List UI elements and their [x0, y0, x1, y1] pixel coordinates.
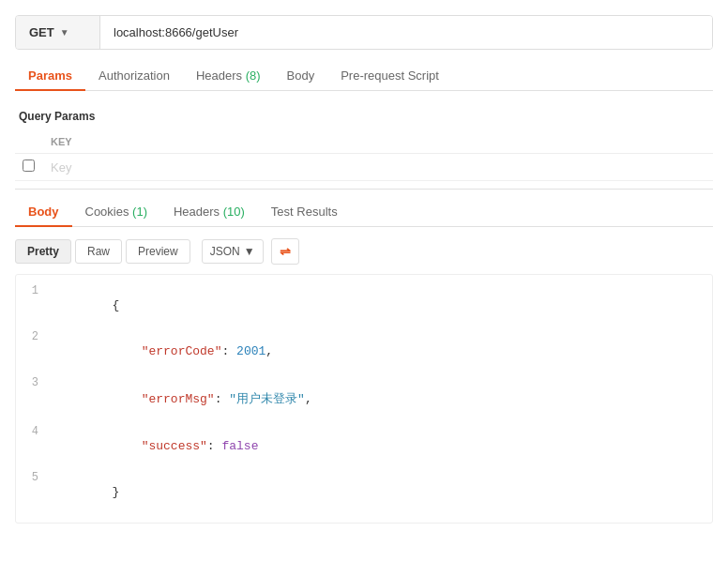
- line-num-1: 1: [16, 284, 53, 326]
- json-line-1: 1 {: [16, 282, 712, 328]
- method-dropdown[interactable]: GET ▼: [16, 16, 100, 49]
- preview-btn[interactable]: Preview: [126, 239, 190, 264]
- section-divider: [15, 189, 713, 190]
- request-tabs: Params Authorization Headers (8) Body Pr…: [15, 61, 713, 91]
- tab-params[interactable]: Params: [15, 61, 85, 90]
- format-bar: Pretty Raw Preview JSON ▼ ⇌: [15, 238, 713, 265]
- tab-authorization[interactable]: Authorization: [85, 61, 183, 90]
- line-content-5: }: [53, 471, 712, 513]
- query-params-section: Query Params KEY Key: [15, 102, 713, 181]
- resp-tab-body[interactable]: Body: [15, 197, 72, 226]
- format-select-dropdown[interactable]: JSON ▼: [202, 239, 264, 264]
- pretty-btn[interactable]: Pretty: [15, 239, 71, 264]
- line-content-1: {: [53, 284, 712, 326]
- line-num-4: 4: [16, 425, 53, 467]
- main-container: GET ▼ Params Authorization Headers (8) B…: [0, 0, 728, 577]
- raw-btn[interactable]: Raw: [75, 239, 122, 264]
- line-num-5: 5: [16, 471, 53, 513]
- tab-headers[interactable]: Headers (8): [183, 61, 274, 90]
- url-input[interactable]: [100, 16, 712, 49]
- resp-tab-headers[interactable]: Headers (10): [160, 197, 258, 226]
- line-content-4: "success": false: [53, 425, 712, 467]
- query-params-title: Query Params: [15, 102, 713, 130]
- key-col-header: KEY: [43, 130, 713, 154]
- json-viewer: 1 { 2 "errorCode": 2001, 3 "errorMsg": "…: [15, 274, 713, 524]
- method-label: GET: [29, 25, 54, 39]
- row-checkbox[interactable]: [23, 159, 35, 172]
- line-num-2: 2: [16, 330, 53, 372]
- line-content-2: "errorCode": 2001,: [53, 330, 712, 372]
- json-line-4: 4 "success": false: [16, 423, 712, 469]
- chevron-down-icon: ▼: [60, 27, 69, 38]
- json-line-2: 2 "errorCode": 2001,: [16, 328, 712, 374]
- wrap-btn[interactable]: ⇌: [271, 238, 299, 265]
- format-select-label: JSON: [210, 245, 240, 258]
- format-chevron-icon: ▼: [244, 245, 255, 258]
- json-line-3: 3 "errorMsg": "用户未登录",: [16, 374, 712, 423]
- table-row: Key: [15, 154, 713, 181]
- response-tabs: Body Cookies (1) Headers (10) Test Resul…: [15, 197, 713, 227]
- tab-body[interactable]: Body: [274, 61, 328, 90]
- checkbox-col: [15, 130, 43, 154]
- resp-tab-cookies[interactable]: Cookies (1): [72, 197, 160, 226]
- tab-prerequest[interactable]: Pre-request Script: [327, 61, 452, 90]
- json-line-5: 5 }: [16, 469, 712, 515]
- wrap-icon: ⇌: [280, 244, 291, 259]
- key-cell: Key: [43, 154, 713, 181]
- line-num-3: 3: [16, 376, 53, 421]
- line-content-3: "errorMsg": "用户未登录",: [53, 376, 712, 421]
- key-placeholder: Key: [51, 160, 71, 175]
- row-checkbox-cell: [15, 154, 43, 181]
- url-bar: GET ▼: [15, 15, 713, 50]
- resp-tab-testresults[interactable]: Test Results: [258, 197, 351, 226]
- params-table: KEY Key: [15, 130, 713, 181]
